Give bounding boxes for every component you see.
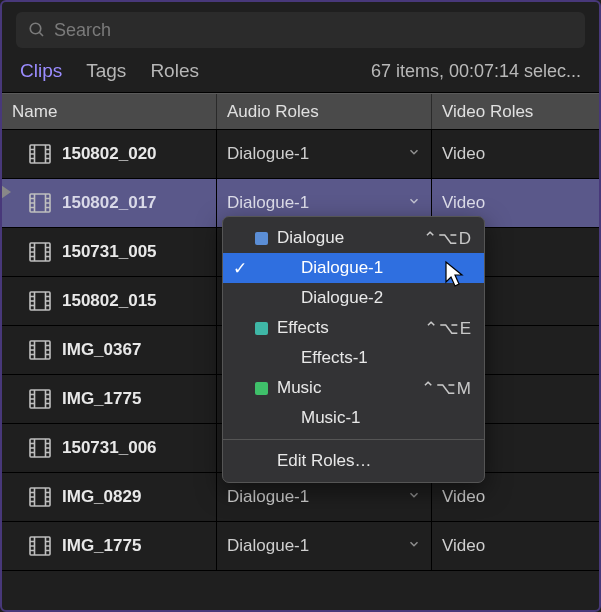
filmstrip-icon: [28, 338, 52, 362]
clip-name-label: 150731_006: [62, 438, 157, 458]
cell-clip-name: IMG_1775: [2, 375, 217, 423]
cell-clip-name: 150731_006: [2, 424, 217, 472]
clip-list: Dialogue ⌃⌥D ✓ Dialogue-1 Dialogue-2 Eff…: [2, 130, 599, 571]
selection-status: 67 items, 00:07:14 selec...: [371, 61, 581, 82]
svg-line-1: [39, 32, 43, 36]
audio-role-value: Dialogue-1: [227, 144, 309, 164]
clip-name-label: IMG_0367: [62, 340, 141, 360]
table-header: Name Audio Roles Video Roles: [2, 93, 599, 130]
tab-clips[interactable]: Clips: [20, 60, 62, 82]
menu-item-label: Edit Roles…: [271, 451, 472, 471]
menu-item[interactable]: Effects-1: [223, 343, 484, 373]
cursor-icon: [444, 260, 466, 288]
menu-item-shortcut: ⌃⌥M: [421, 378, 472, 399]
search-input[interactable]: [54, 20, 573, 41]
filmstrip-icon: [28, 142, 52, 166]
menu-item[interactable]: Music-1: [223, 403, 484, 433]
search-field[interactable]: [16, 12, 585, 48]
menu-item-label: Music-1: [271, 408, 472, 428]
column-header-audio-roles[interactable]: Audio Roles: [217, 94, 432, 129]
cell-clip-name: IMG_1775: [2, 522, 217, 570]
audio-role-value: Dialogue-1: [227, 536, 309, 556]
role-swatch-icon: [251, 232, 271, 245]
audio-role-select[interactable]: Dialogue-1: [217, 522, 432, 570]
video-role-value: Video: [432, 522, 599, 570]
column-header-name[interactable]: Name: [2, 94, 217, 129]
filmstrip-icon: [28, 534, 52, 558]
playhead-indicator-icon: [1, 185, 11, 199]
filmstrip-icon: [28, 191, 52, 215]
audio-role-menu: Dialogue ⌃⌥D ✓ Dialogue-1 Dialogue-2 Eff…: [222, 216, 485, 483]
role-swatch-icon: [251, 322, 271, 335]
clip-name-label: 150802_015: [62, 291, 157, 311]
cell-clip-name: 150802_017: [2, 179, 217, 227]
table-row[interactable]: 150802_020 Dialogue-1 Video: [2, 130, 599, 179]
clip-name-label: IMG_1775: [62, 536, 141, 556]
audio-role-value: Dialogue-1: [227, 487, 309, 507]
filmstrip-icon: [28, 387, 52, 411]
audio-role-value: Dialogue-1: [227, 193, 309, 213]
menu-separator: [223, 439, 484, 440]
audio-role-select[interactable]: Dialogue-1: [217, 130, 432, 178]
filmstrip-icon: [28, 289, 52, 313]
check-icon: ✓: [229, 258, 251, 279]
menu-item[interactable]: Dialogue ⌃⌥D: [223, 223, 484, 253]
menu-item-shortcut: ⌃⌥D: [423, 228, 472, 249]
table-row[interactable]: IMG_1775 Dialogue-1 Video: [2, 522, 599, 571]
menu-item-label: Music: [271, 378, 421, 398]
filmstrip-icon: [28, 485, 52, 509]
chevron-down-icon: [407, 194, 421, 208]
cell-clip-name: 150731_005: [2, 228, 217, 276]
clip-name-label: 150802_020: [62, 144, 157, 164]
video-role-value: Video: [432, 130, 599, 178]
search-icon: [28, 21, 46, 39]
clip-name-label: 150731_005: [62, 242, 157, 262]
menu-item-label: Effects-1: [271, 348, 472, 368]
role-swatch-icon: [251, 382, 271, 395]
clip-name-label: IMG_1775: [62, 389, 141, 409]
filmstrip-icon: [28, 240, 52, 264]
tab-roles[interactable]: Roles: [150, 60, 199, 82]
cell-clip-name: 150802_020: [2, 130, 217, 178]
chevron-down-icon: [407, 145, 421, 159]
svg-point-0: [30, 23, 41, 34]
menu-item-label: Dialogue: [271, 228, 423, 248]
chevron-down-icon: [407, 537, 421, 551]
tab-tags[interactable]: Tags: [86, 60, 126, 82]
cell-clip-name: IMG_0367: [2, 326, 217, 374]
clip-name-label: IMG_0829: [62, 487, 141, 507]
column-header-video-roles[interactable]: Video Roles: [432, 94, 599, 129]
view-tabs: Clips Tags Roles 67 items, 00:07:14 sele…: [2, 56, 599, 93]
menu-item-label: Dialogue-2: [271, 288, 472, 308]
menu-item-shortcut: ⌃⌥E: [424, 318, 472, 339]
menu-item-edit-roles[interactable]: Edit Roles…: [223, 446, 484, 476]
clip-name-label: 150802_017: [62, 193, 157, 213]
filmstrip-icon: [28, 436, 52, 460]
cell-clip-name: 150802_015: [2, 277, 217, 325]
menu-item-label: Dialogue-1: [271, 258, 472, 278]
menu-item[interactable]: Effects ⌃⌥E: [223, 313, 484, 343]
cell-clip-name: IMG_0829: [2, 473, 217, 521]
chevron-down-icon: [407, 488, 421, 502]
menu-item[interactable]: Music ⌃⌥M: [223, 373, 484, 403]
menu-item-label: Effects: [271, 318, 424, 338]
